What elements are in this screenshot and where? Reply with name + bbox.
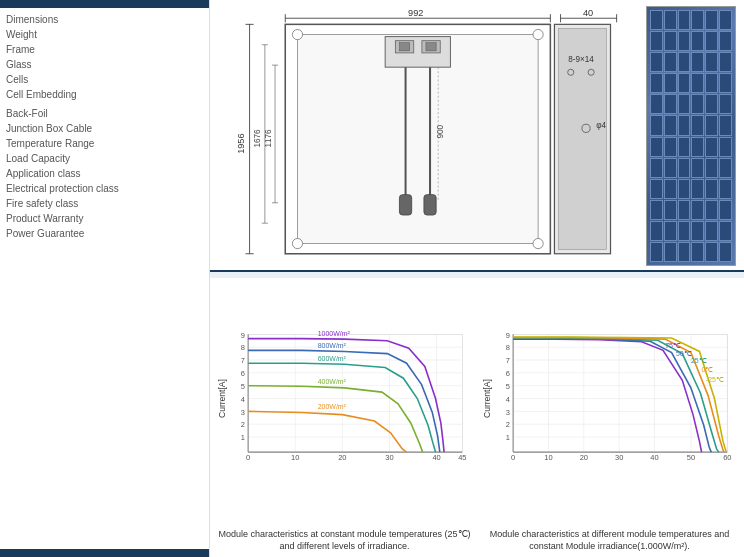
svg-text:Current[A]: Current[A]	[217, 379, 227, 418]
chart2-container: 9 8 7 6 5 4 3 2 1 0 10 20 30 4	[481, 282, 738, 553]
svg-text:75℃: 75℃	[665, 342, 681, 349]
spec-elecprotection: Electrical protection class	[6, 181, 203, 196]
dim-1676: 1676	[253, 129, 262, 148]
solar-cell	[691, 137, 704, 157]
solar-cell	[719, 73, 732, 93]
svg-rect-21	[426, 43, 436, 51]
solar-cell	[691, 31, 704, 51]
solar-cell	[705, 94, 718, 114]
spec-power-guarantee2	[6, 241, 203, 245]
solar-cell	[678, 115, 691, 135]
svg-rect-20	[399, 43, 409, 51]
dim-40: 40	[583, 8, 593, 18]
solar-cell	[705, 221, 718, 241]
svg-text:3: 3	[241, 408, 245, 417]
svg-text:25℃: 25℃	[691, 357, 707, 364]
solar-cell	[705, 52, 718, 72]
technical-drawing: 992 40 1956 1676	[218, 6, 638, 266]
spec-weight: Weight	[6, 27, 203, 42]
solar-cell	[705, 115, 718, 135]
svg-text:10: 10	[544, 453, 552, 462]
chart2-svg: 9 8 7 6 5 4 3 2 1 0 10 20 30 4	[481, 282, 738, 526]
panel-photo: // Generate cell blocks const inner = do…	[646, 6, 736, 266]
solar-cell	[705, 31, 718, 51]
svg-text:1: 1	[241, 433, 245, 442]
solar-cell	[664, 158, 677, 178]
solar-cell	[705, 137, 718, 157]
solar-cell	[650, 10, 663, 30]
curves-content: 9 8 7 6 5 4 3 2 1 0 10 20 30 4	[210, 278, 744, 557]
spec-warranty: Product Warranty	[6, 211, 203, 226]
solar-cell	[664, 73, 677, 93]
dim-1176: 1176	[264, 129, 273, 148]
svg-text:9: 9	[506, 331, 510, 340]
svg-text:9: 9	[241, 331, 245, 340]
label-backfoil: Back-Foil	[6, 108, 91, 119]
svg-text:60: 60	[723, 453, 731, 462]
solar-cell	[719, 242, 732, 262]
spec-glass: Glass	[6, 57, 203, 72]
svg-text:10: 10	[291, 453, 299, 462]
spec-firesafety: Fire safety class	[6, 196, 203, 211]
solar-cell	[691, 73, 704, 93]
solar-cell	[719, 52, 732, 72]
chart2-wrapper: 9 8 7 6 5 4 3 2 1 0 10 20 30 4	[481, 282, 738, 526]
svg-text:20: 20	[338, 453, 346, 462]
solar-cell	[664, 200, 677, 220]
specs-header	[0, 0, 209, 8]
specs-table: Dimensions Weight Frame Glass Cells Cell…	[0, 8, 209, 549]
dim-1956: 1956	[236, 133, 246, 153]
solar-cell	[719, 10, 732, 30]
solar-cell	[705, 73, 718, 93]
solar-cell	[678, 10, 691, 30]
svg-text:800W/m²: 800W/m²	[318, 342, 347, 349]
svg-point-34	[292, 238, 302, 248]
spec-cells: Cells	[6, 72, 203, 87]
drawing-svg: 992 40 1956 1676	[218, 6, 638, 266]
solar-cell	[691, 94, 704, 114]
label-temperature: Temperature Range	[6, 138, 98, 149]
solar-cell	[650, 115, 663, 135]
solar-cell	[705, 179, 718, 199]
label-weight: Weight	[6, 29, 91, 40]
solar-cell	[664, 179, 677, 199]
spec-appclass: Application class	[6, 166, 203, 181]
svg-text:5: 5	[241, 382, 245, 391]
label-elecprotection: Electrical protection class	[6, 183, 123, 194]
label-power-guarantee: Power Guarantee	[6, 228, 91, 239]
solar-cell	[691, 221, 704, 241]
chart1-svg: 9 8 7 6 5 4 3 2 1 0 10 20 30 4	[216, 282, 473, 526]
svg-point-35	[533, 238, 543, 248]
svg-text:0℃: 0℃	[702, 366, 714, 373]
solar-cell	[691, 158, 704, 178]
label-dimensions: Dimensions	[6, 14, 91, 25]
svg-text:50℃: 50℃	[676, 350, 692, 357]
svg-rect-25	[424, 195, 436, 215]
label-frame: Frame	[6, 44, 91, 55]
svg-text:200W/m²: 200W/m²	[318, 403, 347, 410]
solar-cell	[650, 200, 663, 220]
svg-text:4: 4	[506, 395, 510, 404]
svg-text:600W/m²: 600W/m²	[318, 355, 347, 362]
solar-cell	[678, 158, 691, 178]
solar-cell	[691, 115, 704, 135]
dim-992: 992	[408, 8, 423, 18]
chart1-container: 9 8 7 6 5 4 3 2 1 0 10 20 30 4	[216, 282, 473, 553]
solar-cell	[719, 200, 732, 220]
svg-point-32	[292, 29, 302, 39]
svg-text:-25℃: -25℃	[706, 376, 724, 383]
spec-frame: Frame	[6, 42, 203, 57]
solar-cell	[691, 52, 704, 72]
chart2-caption: Module characteristics at different modu…	[481, 528, 738, 553]
svg-text:400W/m²: 400W/m²	[318, 378, 347, 385]
solar-cell	[664, 10, 677, 30]
solar-cell	[719, 115, 732, 135]
solar-cell	[650, 31, 663, 51]
label-embedding: Cell Embedding	[6, 89, 91, 100]
spec-backfoil: Back-Foil	[6, 106, 203, 121]
svg-text:8: 8	[241, 343, 245, 352]
solar-cell	[664, 31, 677, 51]
right-panel: 992 40 1956 1676	[210, 0, 744, 557]
svg-text:2: 2	[506, 420, 510, 429]
svg-text:0: 0	[511, 453, 515, 462]
